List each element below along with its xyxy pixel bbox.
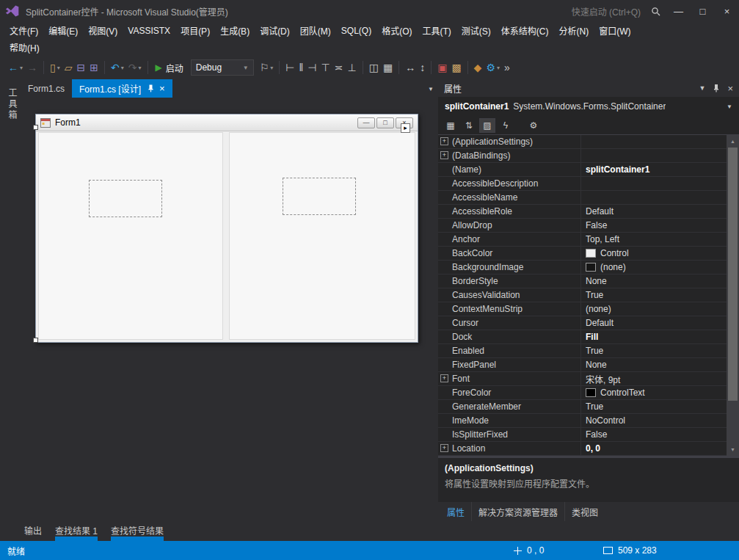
selection-handle[interactable] <box>33 125 38 130</box>
panel-close-icon[interactable]: × <box>727 83 733 94</box>
property-value[interactable] <box>581 149 727 162</box>
menu-item[interactable]: 帮助(H) <box>4 39 45 56</box>
property-row[interactable]: AllowDropFalse <box>438 219 727 233</box>
tab-pin-icon[interactable] <box>148 84 154 92</box>
navigate-back-icon[interactable]: ←▾ <box>6 59 25 76</box>
property-row[interactable]: FixedPanelNone <box>438 358 727 372</box>
property-row[interactable]: ImeModeNoControl <box>438 414 727 428</box>
expand-icon[interactable]: + <box>440 137 448 145</box>
property-row[interactable]: AccessibleDescription <box>438 177 727 191</box>
property-value[interactable]: True <box>581 288 727 302</box>
align-rights-icon[interactable]: ⊣ <box>305 59 318 76</box>
close-button[interactable]: × <box>715 0 739 22</box>
menu-item[interactable]: SQL(Q) <box>336 23 376 38</box>
form-maximize-button[interactable]: □ <box>376 117 394 128</box>
menu-item[interactable]: 生成(B) <box>215 22 255 39</box>
window-menu-chevron-icon[interactable]: ▼ <box>699 84 705 92</box>
bottom-tab[interactable]: 查找符号结果 <box>111 524 164 541</box>
property-value[interactable]: 宋体, 9pt <box>581 372 727 385</box>
menu-item[interactable]: 团队(M) <box>295 22 336 39</box>
undo-icon[interactable]: ↶▾ <box>109 59 126 76</box>
menu-item[interactable]: 工具(T) <box>417 22 456 39</box>
property-value[interactable]: Default <box>581 205 727 218</box>
align-lefts-icon[interactable]: ⊢ <box>283 59 296 76</box>
categorized-icon[interactable]: ▦ <box>443 118 459 133</box>
panel2-dashed-outline[interactable] <box>283 178 356 215</box>
form-minimize-button[interactable]: — <box>357 117 375 128</box>
property-row[interactable]: BorderStyleNone <box>438 274 727 288</box>
solution-config-combo[interactable]: Debug▼ <box>191 59 254 76</box>
alphabetical-icon[interactable]: ⇅ <box>461 118 477 133</box>
toolbox-tab[interactable]: 工具箱 <box>6 88 18 121</box>
property-row[interactable]: IsSplitterFixedFalse <box>438 428 727 442</box>
property-value[interactable]: (none) <box>581 302 727 316</box>
menu-item[interactable]: 调试(D) <box>255 22 295 39</box>
settings-icon[interactable]: ⚙▾ <box>484 59 502 76</box>
align-middles-icon[interactable]: ≍ <box>332 59 346 76</box>
align-bottoms-icon[interactable]: ⊥ <box>345 59 358 76</box>
property-value[interactable]: (none) <box>581 261 727 274</box>
start-debug-button[interactable]: ▶启动 <box>152 59 187 76</box>
events-icon[interactable]: ϟ <box>498 118 514 133</box>
property-row[interactable]: AnchorTop, Left <box>438 233 727 247</box>
document-tab[interactable]: Form1.cs <box>21 79 72 98</box>
toolbar-overflow-icon[interactable]: » <box>502 59 512 76</box>
expand-icon[interactable]: + <box>440 374 448 382</box>
menu-item[interactable]: VASSISTX <box>123 23 175 38</box>
property-value[interactable]: Control <box>581 247 727 260</box>
minimize-button[interactable]: — <box>666 0 691 22</box>
document-list-chevron[interactable]: ▼ <box>428 86 434 92</box>
menu-item[interactable]: 窗口(W) <box>594 22 636 39</box>
redo-icon[interactable]: ↷▾ <box>126 59 144 76</box>
split-panel-1[interactable] <box>38 132 223 340</box>
properties-icon[interactable]: ▨ <box>479 118 495 133</box>
property-row[interactable]: ContextMenuStrip(none) <box>438 302 727 316</box>
property-row[interactable]: EnabledTrue <box>438 344 727 358</box>
tool-window-tab[interactable]: 属性 <box>440 502 471 522</box>
quick-launch-box[interactable]: 快速启动 (Ctrl+Q) <box>499 3 660 19</box>
menu-item[interactable]: 视图(V) <box>83 22 123 39</box>
scrollbar-thumb[interactable] <box>728 148 738 401</box>
designed-form[interactable]: Form1 — □ × <box>35 114 418 343</box>
split-panel-2[interactable] <box>229 132 415 340</box>
property-row[interactable]: +Font宋体, 9pt <box>438 372 727 386</box>
tool-window-tab[interactable]: 解决方案资源管理器 <box>471 502 564 522</box>
menu-item[interactable]: 格式(O) <box>376 22 417 39</box>
property-grid-scrollbar[interactable]: ▲ ▼ <box>727 135 739 456</box>
property-row[interactable]: AccessibleName <box>438 191 727 205</box>
document-tab[interactable]: Form1.cs [设计]× <box>72 79 172 98</box>
size-to-grid-icon[interactable]: ▦ <box>381 59 395 76</box>
property-value[interactable]: None <box>581 358 727 371</box>
splitter-bar[interactable] <box>223 132 229 340</box>
bring-to-front-icon[interactable]: ▣ <box>435 59 449 76</box>
save-icon[interactable]: ⊟ <box>75 59 88 76</box>
property-row[interactable]: +Location0, 0 <box>438 442 727 456</box>
property-value[interactable]: Fill <box>581 330 727 343</box>
property-value[interactable]: Top, Left <box>581 233 727 246</box>
property-value[interactable]: NoControl <box>581 414 727 427</box>
menu-item[interactable]: 编辑(E) <box>43 22 83 39</box>
property-row[interactable]: CursorDefault <box>438 316 727 330</box>
smart-tag-arrow[interactable]: ▸ <box>401 123 410 133</box>
property-value[interactable]: splitContainer1 <box>581 163 727 176</box>
menu-item[interactable]: 体系结构(C) <box>496 22 554 39</box>
property-value[interactable]: False <box>581 428 727 441</box>
align-tops-icon[interactable]: ⊤ <box>319 59 332 76</box>
property-row[interactable]: +(DataBindings) <box>438 149 727 163</box>
split-container[interactable] <box>38 132 415 340</box>
vertical-spacing-icon[interactable]: ↕ <box>418 59 427 76</box>
property-value[interactable]: 0, 0 <box>581 442 727 455</box>
property-value[interactable]: True <box>581 344 727 357</box>
pin-icon[interactable] <box>713 84 720 92</box>
property-value[interactable]: None <box>581 274 727 288</box>
make-same-size-icon[interactable]: ◫ <box>367 59 381 76</box>
property-row[interactable]: DockFill <box>438 330 727 344</box>
property-value[interactable] <box>581 191 727 204</box>
selection-handle[interactable] <box>33 338 38 343</box>
property-value[interactable]: False <box>581 219 727 232</box>
maximize-button[interactable]: □ <box>691 0 715 22</box>
bottom-tab[interactable]: 查找结果 1 <box>55 524 98 541</box>
property-row[interactable]: BackgroundImage(none) <box>438 261 727 274</box>
expand-icon[interactable]: + <box>440 444 448 452</box>
horizontal-spacing-icon[interactable]: ↔ <box>403 59 418 76</box>
